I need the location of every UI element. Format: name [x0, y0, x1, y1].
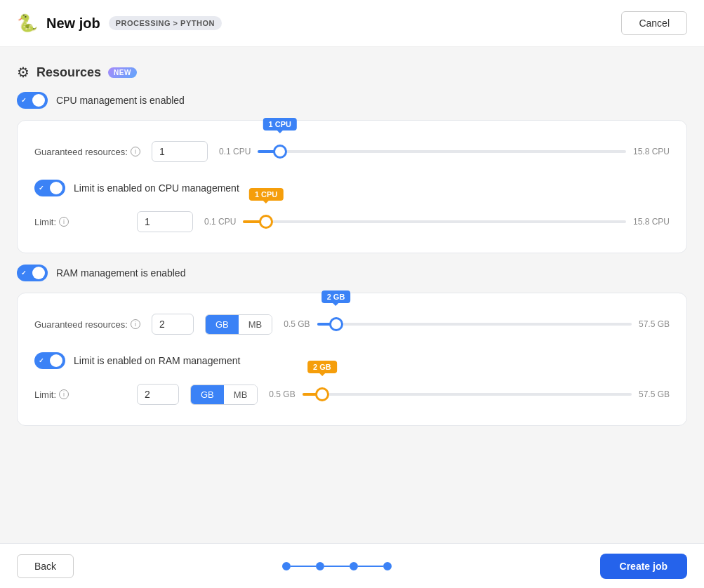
cpu-limit-toggle[interactable]: ✓ — [34, 180, 65, 196]
ram-toggle[interactable]: ✓ — [17, 265, 48, 281]
ram-limit-toggle-knob — [50, 354, 62, 367]
cpu-limit-min: 0.1 CPU — [204, 217, 236, 227]
ram-limit-unit-group: GB MB — [190, 385, 258, 405]
cpu-guaranteed-slider-area: 0.1 CPU 1 CPU 15.8 CPU — [219, 138, 670, 166]
cpu-limit-thumb[interactable] — [259, 215, 273, 229]
cpu-limit-label: Limit: i — [34, 217, 126, 227]
cpu-toggle-label: CPU management is enabled — [56, 95, 185, 106]
ram-guaranteed-label: Guaranteed resources: i — [34, 319, 140, 330]
cpu-limit-info-icon[interactable]: i — [59, 217, 69, 227]
cpu-limit-input[interactable] — [137, 211, 193, 232]
resources-title: Resources — [36, 65, 101, 80]
ram-limit-toggle-check: ✓ — [39, 357, 44, 364]
ram-limit-label: Limit: i — [34, 389, 126, 400]
toggle-check-icon: ✓ — [21, 97, 27, 104]
cpu-limit-toggle-knob — [50, 182, 62, 194]
cpu-card: Guaranteed resources: i 0.1 CPU 1 CPU 15… — [17, 120, 687, 253]
cpu-guaranteed-max: 15.8 CPU — [633, 147, 670, 156]
ram-limit-tooltip: 2 GB — [307, 361, 337, 373]
python-icon: 🐍 — [17, 13, 38, 33]
ram-guaranteed-info-icon[interactable]: i — [131, 319, 140, 329]
ram-limit-track-wrapper: 2 GB — [303, 380, 632, 408]
back-button[interactable]: Back — [17, 554, 74, 578]
page-title: New job — [46, 15, 100, 32]
cpu-limit-toggle-row: ✓ Limit is enabled on CPU management — [34, 180, 670, 196]
cpu-limit-track[interactable] — [243, 220, 626, 223]
cpu-limit-toggle-check: ✓ — [39, 185, 44, 192]
cpu-limit-slider-area: 0.1 CPU 1 CPU 15.8 CPU — [204, 208, 670, 236]
ram-guaranteed-thumb[interactable] — [329, 317, 343, 331]
cpu-limit-tooltip: 1 CPU — [249, 188, 283, 201]
cpu-guaranteed-tooltip: 1 CPU — [263, 118, 297, 131]
step-2-3-line — [324, 566, 350, 567]
cpu-limit-max: 15.8 CPU — [633, 217, 670, 227]
header: 🐍 New job PROCESSING > PYTHON Cancel — [0, 0, 704, 47]
breadcrumb: PROCESSING > PYTHON — [109, 16, 222, 30]
ram-toggle-label: RAM management is enabled — [56, 267, 185, 279]
ram-limit-info-icon[interactable]: i — [59, 389, 69, 399]
main-content: ⚙ Resources NEW ✓ CPU management is enab… — [0, 47, 704, 493]
step-1-dot — [282, 562, 291, 570]
cpu-toggle[interactable]: ✓ — [17, 92, 48, 109]
ram-limit-toggle-label: Limit is enabled on RAM management — [74, 355, 240, 366]
cpu-limit-track-wrapper: 1 CPU — [243, 208, 626, 236]
cpu-guaranteed-thumb[interactable] — [273, 145, 287, 159]
header-left: 🐍 New job PROCESSING > PYTHON — [17, 13, 222, 33]
ram-guaranteed-min: 0.5 GB — [284, 319, 310, 329]
ram-limit-toggle-row: ✓ Limit is enabled on RAM management — [34, 352, 670, 369]
ram-limit-input[interactable] — [137, 384, 179, 405]
ram-limit-track[interactable] — [303, 393, 632, 396]
footer: Back Create job — [0, 543, 704, 588]
toggle-knob — [32, 94, 45, 107]
ram-guaranteed-tooltip: 2 GB — [321, 290, 351, 303]
cpu-guaranteed-track-wrapper: 1 CPU — [258, 138, 626, 166]
ram-card: Guaranteed resources: i GB MB 0.5 GB 2 G… — [17, 293, 687, 426]
ram-limit-row: Limit: i GB MB 0.5 GB 2 GB 57.5 GB — [34, 380, 670, 408]
ram-guaranteed-unit-group: GB MB — [205, 314, 272, 335]
ram-limit-mb-btn[interactable]: MB — [224, 385, 258, 404]
cpu-guaranteed-input[interactable] — [152, 141, 208, 162]
ram-toggle-row: ✓ RAM management is enabled — [17, 265, 687, 281]
ram-guaranteed-gb-btn[interactable]: GB — [206, 315, 239, 334]
cpu-guaranteed-label: Guaranteed resources: i — [34, 147, 140, 157]
cpu-guaranteed-min: 0.1 CPU — [219, 147, 251, 156]
ram-guaranteed-slider-area: 0.5 GB 2 GB 57.5 GB — [284, 310, 670, 338]
ram-limit-gb-btn[interactable]: GB — [191, 385, 224, 404]
cpu-guaranteed-row: Guaranteed resources: i 0.1 CPU 1 CPU 15… — [34, 138, 670, 166]
ram-guaranteed-input[interactable] — [152, 314, 194, 335]
progress-stepper — [282, 562, 392, 570]
ram-limit-slider-area: 0.5 GB 2 GB 57.5 GB — [269, 380, 670, 408]
section-heading: ⚙ Resources NEW — [17, 64, 687, 81]
new-badge: NEW — [108, 67, 137, 78]
cpu-limit-row: Limit: i 0.1 CPU 1 CPU 15.8 CPU — [34, 208, 670, 236]
cancel-button[interactable]: Cancel — [621, 11, 687, 35]
ram-guaranteed-mb-btn[interactable]: MB — [239, 315, 272, 334]
cpu-limit-toggle-label: Limit is enabled on CPU management — [74, 182, 239, 194]
step-3-dot — [350, 562, 358, 570]
ram-toggle-knob — [32, 267, 45, 279]
create-job-button[interactable]: Create job — [600, 554, 687, 579]
step-1-2-line — [291, 566, 316, 567]
ram-limit-toggle[interactable]: ✓ — [34, 352, 65, 369]
resources-icon: ⚙ — [17, 64, 29, 81]
cpu-guaranteed-track[interactable] — [258, 150, 626, 153]
ram-limit-thumb[interactable] — [315, 387, 329, 401]
step-4-dot — [383, 562, 392, 570]
cpu-toggle-row: ✓ CPU management is enabled — [17, 92, 687, 109]
ram-guaranteed-row: Guaranteed resources: i GB MB 0.5 GB 2 G… — [34, 310, 670, 338]
ram-guaranteed-track[interactable] — [317, 323, 632, 326]
ram-guaranteed-max: 57.5 GB — [639, 319, 670, 329]
step-2-dot — [316, 562, 324, 570]
step-3-4-line — [358, 566, 383, 567]
ram-limit-min: 0.5 GB — [269, 389, 295, 399]
ram-toggle-check: ✓ — [21, 269, 27, 276]
ram-limit-max: 57.5 GB — [639, 389, 670, 399]
cpu-guaranteed-info-icon[interactable]: i — [131, 147, 140, 156]
ram-guaranteed-track-wrapper: 2 GB — [317, 310, 632, 338]
